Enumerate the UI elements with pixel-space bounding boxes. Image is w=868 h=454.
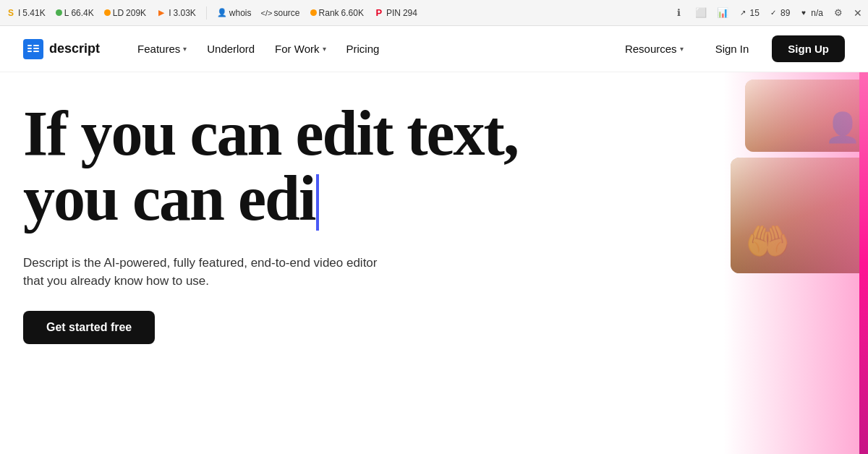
nav-links: Features ▾ Underlord For Work ▾ Pricing	[129, 38, 616, 59]
green-dot-icon	[56, 9, 62, 16]
hero-images	[644, 72, 868, 454]
features-chevron-icon: ▾	[183, 45, 187, 53]
nav-underlord[interactable]: Underlord	[198, 38, 263, 59]
for-work-chevron-icon: ▾	[323, 45, 326, 53]
check-icon: ✓	[768, 8, 778, 18]
svg-rect-4	[33, 48, 39, 49]
toolbar-ld: LD 209K	[104, 8, 146, 18]
svg-rect-1	[27, 48, 32, 49]
toolbar-rank: Rank 6.60K	[310, 8, 364, 18]
hero-image-bottom	[731, 158, 868, 273]
info-icon[interactable]: ℹ	[673, 7, 686, 20]
bookmark-icon[interactable]: ⬜	[694, 7, 707, 20]
external-icon: ↗	[738, 8, 748, 18]
bing-value: 3.03K	[173, 8, 195, 18]
ld-value: 209K	[126, 8, 146, 18]
external-links-count[interactable]: ↗ 15	[738, 8, 760, 18]
nav-resources-label: Resources	[625, 43, 677, 55]
semrush-value: 5.41K	[22, 8, 45, 18]
text-cursor	[316, 174, 319, 231]
code-icon: </>	[262, 8, 272, 18]
heart-value: n/a	[811, 8, 823, 18]
bing-icon: ▶	[156, 8, 166, 18]
rank-dot-icon	[310, 9, 317, 16]
orange-dot-icon	[104, 9, 111, 16]
links-label: L	[64, 8, 69, 18]
toolbar-links: L 66.4K	[56, 8, 94, 18]
toolbar-semrush: S I 5.41K	[6, 8, 46, 18]
hero-subtext: Descript is the AI-powered, fully featur…	[23, 254, 399, 291]
toolbar-whois[interactable]: 👤 whois	[217, 8, 252, 18]
pinterest-icon: P	[374, 8, 384, 18]
logo-svg	[26, 42, 41, 56]
hero-accent-bar	[859, 72, 868, 454]
svg-rect-5	[33, 51, 39, 52]
main-navbar: descript Features ▾ Underlord For Work ▾…	[0, 26, 868, 72]
hero-section: If you can edit text, you can edi Descri…	[0, 72, 868, 454]
rank-label: Rank	[319, 8, 339, 18]
nav-underlord-label: Underlord	[207, 43, 255, 55]
chart-icon[interactable]: 📊	[716, 7, 729, 20]
nav-pricing[interactable]: Pricing	[338, 38, 388, 59]
toolbar-bing: ▶ I 3.03K	[156, 8, 196, 18]
toolbar-source[interactable]: </> source	[262, 8, 300, 18]
links-value: 66.4K	[71, 8, 93, 18]
settings-icon[interactable]: ⚙	[832, 7, 845, 20]
svg-rect-2	[27, 51, 32, 52]
external-value: 15	[750, 8, 760, 18]
indexed-value: 89	[780, 8, 790, 18]
toolbar-divider	[206, 7, 207, 20]
source-label: source	[274, 8, 300, 18]
semrush-icon: S	[6, 8, 16, 18]
logo-icon	[23, 39, 43, 59]
semrush-label: I	[18, 8, 20, 18]
toolbar-right-section: ℹ ⬜ 📊 ↗ 15 ✓ 89 ♥ n/a ⚙ ✕	[673, 7, 862, 20]
hero-image-top	[745, 80, 868, 152]
nav-pricing-label: Pricing	[346, 43, 380, 55]
hero-headline-line1: If you can edit text,	[23, 98, 518, 168]
hero-headline-line2: you can edi	[23, 163, 315, 234]
heart-icon: ♥	[799, 8, 809, 18]
rank-value: 6.60K	[341, 8, 364, 18]
nav-for-work[interactable]: For Work ▾	[266, 38, 334, 59]
person-icon: 👤	[217, 8, 227, 18]
resources-chevron-icon: ▾	[680, 45, 684, 53]
hero-cta-button[interactable]: Get started free	[23, 311, 155, 344]
close-icon[interactable]: ✕	[854, 7, 862, 19]
nav-right: Resources ▾ Sign In Sign Up	[616, 35, 845, 62]
logo-link[interactable]: descript	[23, 39, 100, 59]
hero-headline: If you can edit text, you can edi	[23, 101, 616, 234]
bing-label: I	[169, 8, 171, 18]
ld-label: LD	[113, 8, 124, 18]
indexed-count[interactable]: ✓ 89	[768, 8, 790, 18]
pinterest-value: 294	[403, 8, 417, 18]
browser-toolbar: S I 5.41K L 66.4K LD 209K ▶ I 3.03K 👤 wh…	[0, 0, 868, 26]
nav-for-work-label: For Work	[275, 43, 319, 55]
toolbar-pinterest: P PIN 294	[374, 8, 417, 18]
whois-label: whois	[229, 8, 252, 18]
logo-text: descript	[49, 41, 100, 56]
nav-resources[interactable]: Resources ▾	[616, 38, 692, 59]
svg-rect-0	[27, 45, 32, 46]
nav-features-label: Features	[137, 43, 180, 55]
svg-rect-3	[33, 45, 39, 46]
nav-features[interactable]: Features ▾	[129, 38, 195, 59]
heart-count[interactable]: ♥ n/a	[799, 8, 823, 18]
pinterest-label: PIN	[386, 8, 401, 18]
signin-button[interactable]: Sign In	[704, 37, 761, 61]
signup-button[interactable]: Sign Up	[772, 35, 845, 62]
